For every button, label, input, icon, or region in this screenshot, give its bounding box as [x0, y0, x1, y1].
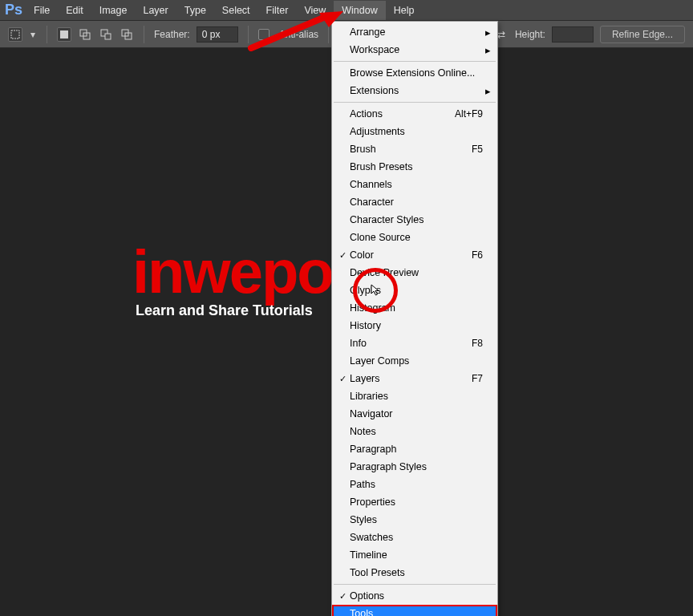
menu-help[interactable]: Help — [386, 1, 423, 20]
separator — [47, 26, 47, 43]
menu-item-label: Actions — [350, 108, 448, 120]
menu-item-label: Tools — [350, 608, 483, 616]
menu-select[interactable]: Select — [214, 1, 258, 20]
menu-item-styles[interactable]: Styles — [332, 511, 497, 529]
menu-item-shortcut: F7 — [465, 373, 483, 384]
menu-item-label: Libraries — [350, 391, 483, 402]
menu-edit[interactable]: Edit — [58, 1, 91, 20]
submenu-arrow-icon: ▸ — [483, 85, 491, 97]
menu-item-label: Paths — [350, 479, 483, 490]
menu-item-tools[interactable]: Tools — [332, 605, 497, 616]
menu-item-device-preview[interactable]: Device Preview — [332, 264, 497, 282]
menu-item-workspace[interactable]: Workspace▸ — [332, 41, 497, 59]
menu-item-arrange[interactable]: Arrange▸ — [332, 23, 497, 41]
menu-item-info[interactable]: InfoF8 — [332, 334, 497, 352]
menu-item-actions[interactable]: ActionsAlt+F9 — [332, 105, 497, 123]
intersect-selection-icon[interactable] — [120, 27, 134, 42]
svg-rect-1 — [60, 30, 68, 38]
menu-item-libraries[interactable]: Libraries — [332, 387, 497, 405]
menu-file[interactable]: File — [26, 1, 58, 20]
menu-item-label: Device Preview — [350, 267, 483, 278]
menu-separator — [334, 102, 496, 103]
window-menu-dropdown[interactable]: Arrange▸Workspace▸Browse Extensions Onli… — [331, 21, 498, 616]
subtract-selection-icon[interactable] — [99, 27, 113, 42]
menu-item-timeline[interactable]: Timeline — [332, 546, 497, 564]
feather-input[interactable] — [197, 26, 238, 43]
menu-item-channels[interactable]: Channels — [332, 176, 497, 193]
menu-item-label: Options — [350, 590, 483, 602]
menu-item-notes[interactable]: Notes — [332, 423, 497, 440]
menu-type[interactable]: Type — [176, 1, 214, 20]
menu-item-label: Channels — [350, 179, 483, 190]
antialias-label: Anti-alias — [279, 29, 318, 40]
new-selection-icon[interactable] — [57, 27, 71, 42]
menu-item-label: Clone Source — [350, 232, 483, 243]
menu-item-label: Adjustments — [350, 126, 483, 137]
menu-separator — [334, 584, 496, 585]
menu-item-label: Character Styles — [350, 214, 483, 225]
menu-item-label: Brush — [350, 144, 465, 155]
check-icon: ✓ — [335, 591, 350, 602]
app-logo: Ps — [3, 2, 26, 18]
menu-item-tool-presets[interactable]: Tool Presets — [332, 564, 497, 582]
menu-item-paragraph-styles[interactable]: Paragraph Styles — [332, 458, 497, 476]
menu-item-label: Arrange — [350, 26, 483, 38]
antialias-checkbox[interactable] — [258, 29, 270, 40]
menu-item-label: Histogram — [350, 302, 483, 314]
check-icon: ✓ — [335, 250, 350, 261]
menu-item-label: Color — [350, 249, 465, 261]
menu-image[interactable]: Image — [91, 1, 136, 20]
menu-item-adjustments[interactable]: Adjustments — [332, 123, 497, 140]
separator — [144, 26, 144, 43]
menu-item-label: Extensions — [350, 85, 483, 96]
menu-item-extensions[interactable]: Extensions▸ — [332, 82, 497, 99]
menu-item-histogram[interactable]: Histogram — [332, 299, 497, 317]
menu-item-navigator[interactable]: Navigator — [332, 405, 497, 423]
menu-item-label: Timeline — [350, 549, 483, 561]
menu-item-label: Brush Presets — [350, 161, 483, 172]
menu-item-options[interactable]: ✓Options — [332, 587, 497, 605]
submenu-arrow-icon: ▸ — [483, 44, 491, 56]
menu-separator — [334, 61, 496, 62]
chevron-down-icon[interactable]: ▾ — [29, 27, 37, 42]
feather-label: Feather: — [154, 29, 190, 40]
menu-item-shortcut: Alt+F9 — [448, 108, 483, 120]
menu-layer[interactable]: Layer — [135, 1, 176, 20]
menu-item-label: History — [350, 320, 483, 331]
menu-filter[interactable]: Filter — [258, 1, 297, 20]
menu-item-label: Notes — [350, 426, 483, 437]
menu-item-label: Styles — [350, 514, 483, 525]
menu-item-paths[interactable]: Paths — [332, 476, 497, 493]
menu-item-label: Layer Comps — [350, 355, 483, 367]
menu-item-label: Paragraph — [350, 444, 483, 455]
menu-item-glyphs[interactable]: Glyphs — [332, 282, 497, 299]
menu-item-label: Info — [350, 338, 465, 349]
menu-item-character[interactable]: Character — [332, 193, 497, 211]
menu-item-properties[interactable]: Properties — [332, 493, 497, 511]
svg-rect-5 — [105, 34, 111, 39]
menu-view[interactable]: View — [296, 1, 334, 20]
menu-item-shortcut: F5 — [465, 144, 483, 155]
height-input[interactable] — [552, 26, 594, 43]
menu-item-label: Glyphs — [350, 285, 483, 296]
refine-edge-button[interactable]: Refine Edge... — [600, 26, 685, 43]
menu-item-clone-source[interactable]: Clone Source — [332, 229, 497, 246]
menu-item-character-styles[interactable]: Character Styles — [332, 211, 497, 229]
menu-item-paragraph[interactable]: Paragraph — [332, 440, 497, 458]
menu-item-brush[interactable]: BrushF5 — [332, 140, 497, 158]
submenu-arrow-icon: ▸ — [483, 26, 491, 38]
check-icon: ✓ — [335, 374, 350, 384]
menu-item-layer-comps[interactable]: Layer Comps — [332, 352, 497, 370]
menu-item-history[interactable]: History — [332, 317, 497, 334]
marquee-tool-icon[interactable] — [8, 27, 22, 42]
menu-item-swatches[interactable]: Swatches — [332, 529, 497, 546]
menu-item-browse-extensions-online[interactable]: Browse Extensions Online... — [332, 64, 497, 82]
add-selection-icon[interactable] — [78, 27, 92, 42]
separator — [248, 26, 249, 43]
svg-rect-0 — [11, 30, 19, 38]
menu-item-brush-presets[interactable]: Brush Presets — [332, 158, 497, 176]
menu-item-layers[interactable]: ✓LayersF7 — [332, 370, 497, 387]
menubar: Ps FileEditImageLayerTypeSelectFilterVie… — [0, 0, 693, 21]
menu-window[interactable]: Window — [334, 1, 385, 20]
menu-item-color[interactable]: ✓ColorF6 — [332, 246, 497, 264]
